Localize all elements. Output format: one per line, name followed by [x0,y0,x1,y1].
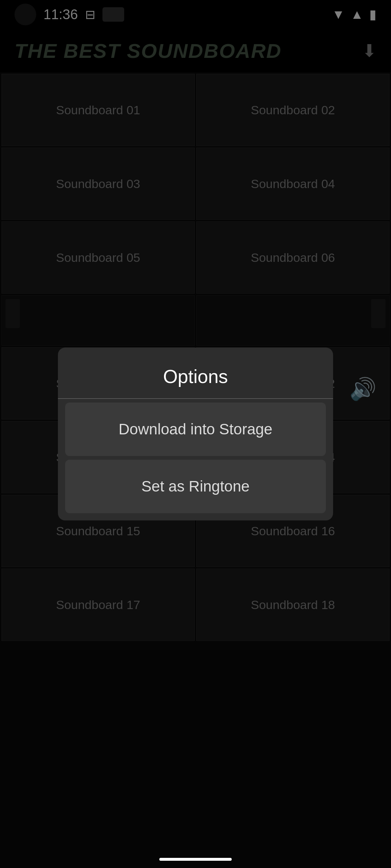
modal-divider [58,398,333,399]
options-modal: Options Download into Storage Set as Rin… [58,348,333,520]
download-storage-button[interactable]: Download into Storage [65,403,326,456]
modal-title: Options [58,348,333,398]
home-indicator[interactable] [159,858,232,861]
set-ringtone-button[interactable]: Set as Ringtone [65,460,326,513]
